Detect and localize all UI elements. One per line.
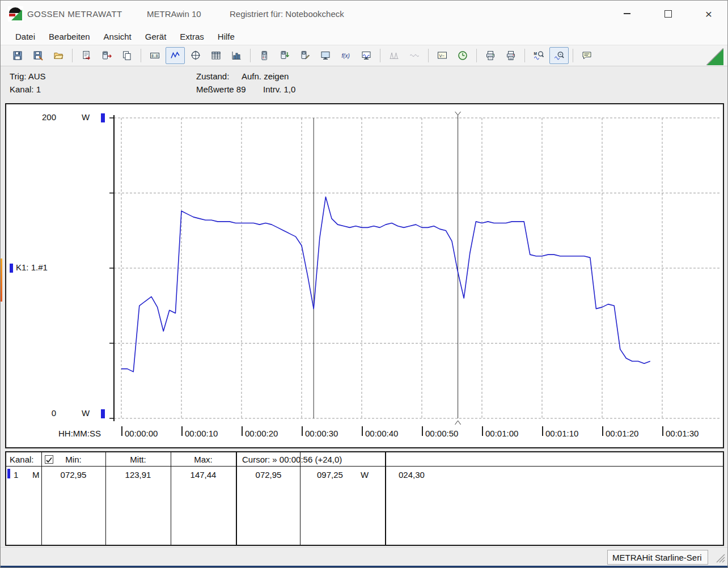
toolbar-separator: [524, 49, 525, 62]
device-read-button[interactable]: [255, 47, 274, 64]
x-tick: [542, 426, 543, 436]
print-button[interactable]: [481, 47, 500, 64]
row-channel-color-marker: [7, 469, 10, 478]
x-tick: [302, 426, 303, 436]
minimize-icon: [624, 13, 630, 14]
svg-text:f(x): f(x): [342, 53, 350, 59]
toolbar-separator: [476, 49, 477, 62]
axis-range-marker-top: [101, 113, 105, 122]
recording-info-bar: Trig: AUS Kanal: 1 Zustand: Aufn. zeigen…: [1, 67, 727, 103]
monitor-wave-button[interactable]: [357, 47, 376, 64]
sample-count: Meßwerte 89: [196, 84, 246, 94]
window-bottom-border: [1, 566, 727, 567]
menu-item-gert[interactable]: Gerät: [138, 29, 173, 44]
scope-crosshair-view-button[interactable]: [186, 47, 205, 64]
monitor-view-button[interactable]: [316, 47, 335, 64]
maximize-icon: [664, 10, 672, 18]
zoom-in-button[interactable]: [549, 47, 569, 64]
export-device-icon: [101, 50, 112, 61]
svg-text:8.8.8: 8.8.8: [151, 54, 160, 58]
table-divider: [300, 452, 300, 545]
channel-color-marker: [10, 264, 13, 273]
scope-crosshair-view-icon: [191, 50, 201, 61]
toolbar-separator: [380, 49, 380, 62]
axis-range-marker-bottom: [101, 409, 105, 418]
x-tick-label: 00:00:20: [245, 429, 278, 438]
dual-channel-button[interactable]: [384, 47, 404, 64]
x-tick-label: 00:01:30: [666, 429, 699, 438]
export-page-icon: [81, 50, 91, 61]
column-header-max: Max:: [171, 455, 236, 464]
menu-item-extras[interactable]: Extras: [173, 29, 211, 44]
table-divider: [171, 452, 171, 545]
menu-item-hilfe[interactable]: Hilfe: [211, 29, 242, 44]
comment-icon: [582, 50, 592, 61]
menu-item-ansicht[interactable]: Ansicht: [97, 29, 138, 44]
export-page-button[interactable]: [77, 47, 96, 64]
svg-text:V~: V~: [439, 53, 445, 58]
chart-plot-area[interactable]: [108, 111, 721, 426]
envelope-view-icon: [409, 50, 420, 61]
x-tick: [422, 426, 423, 436]
channel-status: Kanal: 1: [10, 84, 41, 94]
brand-corner-icon: [706, 48, 723, 65]
title-bar: GOSSEN METRAWATT METRAwin 10 Registriert…: [1, 1, 727, 28]
column-header-kanal: Kanal:: [10, 455, 34, 464]
menu-item-datei[interactable]: Datei: [9, 29, 42, 44]
timer-button[interactable]: [453, 47, 472, 64]
close-button[interactable]: ×: [696, 1, 722, 27]
save-button[interactable]: [8, 47, 27, 64]
column-header-mitt: Mitt:: [105, 455, 171, 464]
x-tick: [121, 426, 122, 436]
toolbar-buttons: 8.8.8f(x)V~M: [7, 47, 597, 64]
x-tick-label: 00:00:00: [125, 429, 158, 438]
trigger-status: Trig: AUS: [10, 71, 46, 81]
display-values-view-button[interactable]: 8.8.8: [145, 47, 164, 64]
toolbar-separator: [72, 49, 73, 62]
comment-button[interactable]: [577, 47, 596, 64]
minimize-button[interactable]: [614, 1, 640, 27]
table-divider: [105, 452, 106, 545]
device-config-icon: [300, 50, 310, 61]
menu-item-bearbeiten[interactable]: Bearbeiten: [42, 29, 97, 44]
x-tick: [242, 426, 243, 436]
value-annotation-button[interactable]: V~: [433, 47, 452, 64]
toolbar-separator: [573, 49, 573, 62]
x-tick: [602, 426, 603, 436]
copy-data-button[interactable]: [117, 47, 137, 64]
brand-title: GOSSEN METRAWATT: [27, 9, 122, 19]
timer-icon: [458, 50, 468, 61]
column-header-cursor: Cursor: » 00:00:56 (+24,0): [242, 455, 342, 464]
monitor-wave-icon: [361, 50, 371, 61]
print-options-button[interactable]: [501, 47, 520, 64]
resize-grip[interactable]: [714, 552, 726, 563]
app-title: METRAwin 10: [147, 9, 201, 19]
open-file-button[interactable]: [49, 47, 68, 64]
sample-interval: Intrv. 1,0: [263, 84, 295, 94]
toolbar-separator: [141, 49, 141, 62]
histogram-view-button[interactable]: [227, 47, 246, 64]
envelope-view-button[interactable]: [405, 47, 424, 64]
background-app-sliver: [1, 258, 2, 302]
device-download-button[interactable]: [275, 47, 294, 64]
x-tick-label: 00:00:10: [185, 429, 218, 438]
table-view-button[interactable]: [206, 47, 226, 64]
export-device-button[interactable]: [97, 47, 116, 64]
function-fx-button[interactable]: f(x): [336, 47, 355, 64]
menu-bar: DateiBearbeitenAnsichtGerätExtrasHilfe: [1, 28, 727, 45]
maximize-button[interactable]: [655, 1, 681, 27]
state-value: Aufn. zeigen: [242, 71, 289, 81]
chart-view-button[interactable]: [166, 47, 185, 64]
save-as-button[interactable]: [28, 47, 48, 64]
print-options-icon: [506, 50, 516, 61]
value-annotation-icon: V~: [437, 50, 447, 61]
registered-to: Registriert für: Notebookcheck: [230, 9, 344, 19]
device-config-button[interactable]: [295, 47, 315, 64]
zoom-mode-icon: M: [534, 50, 544, 61]
display-values-view-icon: 8.8.8: [150, 50, 160, 61]
toolbar: 8.8.8f(x)V~M: [1, 45, 727, 66]
row-mode: M: [32, 470, 40, 480]
zoom-mode-button[interactable]: M: [529, 47, 548, 64]
row-cursor1-value: 072,95: [237, 470, 300, 480]
save-as-icon: [33, 50, 43, 61]
